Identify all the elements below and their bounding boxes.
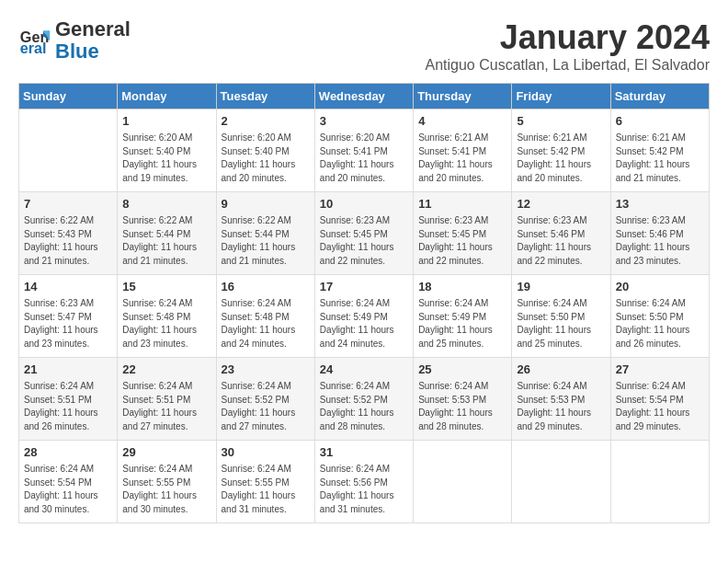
cell-info: Sunrise: 6:21 AM Sunset: 5:41 PM Dayligh… [418,132,506,185]
calendar-cell: 13Sunrise: 6:23 AM Sunset: 5:46 PM Dayli… [610,192,709,275]
cell-info: Sunrise: 6:22 AM Sunset: 5:44 PM Dayligh… [222,214,310,268]
day-number: 26 [517,362,605,378]
day-number: 20 [616,279,704,295]
day-number: 16 [222,279,310,295]
cell-info: Sunrise: 6:24 AM Sunset: 5:50 PM Dayligh… [517,297,605,350]
day-number: 27 [616,362,704,378]
cell-info: Sunrise: 6:23 AM Sunset: 5:46 PM Dayligh… [616,214,704,268]
calendar-cell: 4Sunrise: 6:21 AM Sunset: 5:41 PM Daylig… [414,109,512,192]
day-number: 6 [616,113,704,130]
calendar-cell: 27Sunrise: 6:24 AM Sunset: 5:54 PM Dayli… [610,358,709,441]
cell-info: Sunrise: 6:24 AM Sunset: 5:54 PM Dayligh… [616,380,704,433]
cell-info: Sunrise: 6:24 AM Sunset: 5:48 PM Dayligh… [122,297,210,350]
cell-info: Sunrise: 6:24 AM Sunset: 5:56 PM Dayligh… [320,463,408,516]
calendar-cell: 16Sunrise: 6:24 AM Sunset: 5:48 PM Dayli… [216,275,314,358]
calendar-cell: 3Sunrise: 6:20 AM Sunset: 5:41 PM Daylig… [314,109,413,192]
calendar-cell: 9Sunrise: 6:22 AM Sunset: 5:44 PM Daylig… [216,192,314,275]
day-number: 1 [122,113,210,130]
cell-info: Sunrise: 6:24 AM Sunset: 5:55 PM Dayligh… [122,463,210,516]
day-number: 24 [320,362,408,378]
calendar-cell [512,441,610,523]
cell-info: Sunrise: 6:23 AM Sunset: 5:45 PM Dayligh… [320,214,408,268]
header-cell-sunday: Sunday [19,84,118,109]
cell-info: Sunrise: 6:24 AM Sunset: 5:51 PM Dayligh… [122,380,210,433]
calendar-cell: 14Sunrise: 6:23 AM Sunset: 5:47 PM Dayli… [19,275,118,358]
day-number: 3 [320,113,408,130]
header-cell-friday: Friday [512,84,610,109]
day-number: 30 [222,444,310,461]
cell-info: Sunrise: 6:20 AM Sunset: 5:40 PM Dayligh… [222,132,310,185]
calendar-cell: 24Sunrise: 6:24 AM Sunset: 5:52 PM Dayli… [314,358,413,441]
cell-info: Sunrise: 6:24 AM Sunset: 5:53 PM Dayligh… [418,380,506,433]
calendar-cell: 6Sunrise: 6:21 AM Sunset: 5:42 PM Daylig… [610,109,709,192]
cell-info: Sunrise: 6:22 AM Sunset: 5:43 PM Dayligh… [24,214,112,268]
cell-info: Sunrise: 6:24 AM Sunset: 5:54 PM Dayligh… [24,463,112,516]
cell-info: Sunrise: 6:20 AM Sunset: 5:40 PM Dayligh… [122,132,210,185]
calendar-header: SundayMondayTuesdayWednesdayThursdayFrid… [19,84,710,109]
calendar-cell: 5Sunrise: 6:21 AM Sunset: 5:42 PM Daylig… [512,109,610,192]
header-cell-thursday: Thursday [414,84,512,109]
cell-info: Sunrise: 6:20 AM Sunset: 5:41 PM Dayligh… [320,132,408,185]
month-title: January 2024 [425,18,710,57]
header-cell-saturday: Saturday [610,84,709,109]
day-number: 8 [122,196,210,213]
day-number: 19 [517,279,605,295]
calendar-cell: 29Sunrise: 6:24 AM Sunset: 5:55 PM Dayli… [118,441,216,523]
calendar-cell: 31Sunrise: 6:24 AM Sunset: 5:56 PM Dayli… [314,441,413,523]
day-number: 14 [24,279,112,295]
logo-text: General Blue [55,18,131,63]
logo-icon: Gen eral [18,24,51,57]
calendar-cell: 28Sunrise: 6:24 AM Sunset: 5:54 PM Dayli… [19,441,118,523]
calendar-cell: 19Sunrise: 6:24 AM Sunset: 5:50 PM Dayli… [512,275,610,358]
calendar-body: 1Sunrise: 6:20 AM Sunset: 5:40 PM Daylig… [19,109,710,523]
day-number: 17 [320,279,408,295]
day-number: 13 [616,196,704,213]
logo-line2: Blue [55,40,131,63]
header-row: SundayMondayTuesdayWednesdayThursdayFrid… [19,84,710,109]
cell-info: Sunrise: 6:23 AM Sunset: 5:47 PM Dayligh… [24,297,112,350]
cell-info: Sunrise: 6:21 AM Sunset: 5:42 PM Dayligh… [616,132,704,185]
title-block: January 2024 Antiguo Cuscatlan, La Liber… [425,18,710,74]
day-number: 7 [24,196,112,213]
day-number: 22 [122,362,210,378]
day-number: 10 [320,196,408,213]
calendar-cell: 30Sunrise: 6:24 AM Sunset: 5:55 PM Dayli… [216,441,314,523]
logo: Gen eral General Blue [18,18,131,63]
calendar-cell: 22Sunrise: 6:24 AM Sunset: 5:51 PM Dayli… [118,358,216,441]
day-number: 11 [418,196,506,213]
cell-info: Sunrise: 6:24 AM Sunset: 5:52 PM Dayligh… [320,380,408,433]
calendar-cell: 21Sunrise: 6:24 AM Sunset: 5:51 PM Dayli… [19,358,118,441]
calendar-table: SundayMondayTuesdayWednesdayThursdayFrid… [18,83,710,523]
calendar-cell [610,441,709,523]
calendar-cell: 2Sunrise: 6:20 AM Sunset: 5:40 PM Daylig… [216,109,314,192]
day-number: 5 [517,113,605,130]
calendar-cell: 11Sunrise: 6:23 AM Sunset: 5:45 PM Dayli… [414,192,512,275]
calendar-cell: 7Sunrise: 6:22 AM Sunset: 5:43 PM Daylig… [19,192,118,275]
cell-info: Sunrise: 6:22 AM Sunset: 5:44 PM Dayligh… [122,214,210,268]
header-cell-tuesday: Tuesday [216,84,314,109]
day-number: 29 [122,444,210,461]
day-number: 23 [222,362,310,378]
calendar-cell [414,441,512,523]
day-number: 15 [122,279,210,295]
calendar-cell: 18Sunrise: 6:24 AM Sunset: 5:49 PM Dayli… [414,275,512,358]
svg-text:eral: eral [20,40,47,57]
week-row-2: 7Sunrise: 6:22 AM Sunset: 5:43 PM Daylig… [19,192,710,275]
day-number: 28 [24,444,112,461]
day-number: 9 [222,196,310,213]
cell-info: Sunrise: 6:24 AM Sunset: 5:55 PM Dayligh… [222,463,310,516]
header-cell-monday: Monday [118,84,216,109]
week-row-3: 14Sunrise: 6:23 AM Sunset: 5:47 PM Dayli… [19,275,710,358]
week-row-5: 28Sunrise: 6:24 AM Sunset: 5:54 PM Dayli… [19,441,710,523]
week-row-1: 1Sunrise: 6:20 AM Sunset: 5:40 PM Daylig… [19,109,710,192]
day-number: 21 [24,362,112,378]
cell-info: Sunrise: 6:23 AM Sunset: 5:45 PM Dayligh… [418,214,506,268]
calendar-cell: 25Sunrise: 6:24 AM Sunset: 5:53 PM Dayli… [414,358,512,441]
calendar-cell: 23Sunrise: 6:24 AM Sunset: 5:52 PM Dayli… [216,358,314,441]
calendar-cell: 20Sunrise: 6:24 AM Sunset: 5:50 PM Dayli… [610,275,709,358]
calendar-cell: 15Sunrise: 6:24 AM Sunset: 5:48 PM Dayli… [118,275,216,358]
cell-info: Sunrise: 6:24 AM Sunset: 5:52 PM Dayligh… [222,380,310,433]
day-number: 4 [418,113,506,130]
page-header: Gen eral General Blue January 2024 Antig… [18,18,710,74]
cell-info: Sunrise: 6:24 AM Sunset: 5:49 PM Dayligh… [320,297,408,350]
